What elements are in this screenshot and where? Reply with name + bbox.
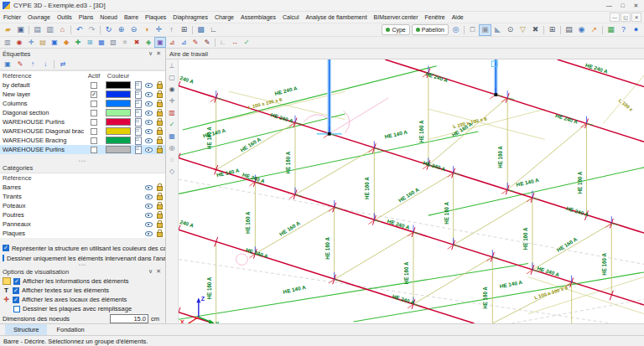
menu-item-charge[interactable]: Charge — [211, 13, 237, 21]
menu-item-outils[interactable]: Outils — [54, 13, 75, 21]
layer-active-checkbox[interactable]: ✓ — [91, 91, 97, 98]
layer-visibility-icon[interactable] — [145, 127, 153, 135]
layer-visibility-icon[interactable] — [145, 81, 153, 89]
blue-panel-icon[interactable]: ▦ — [167, 132, 178, 142]
tb2-tool-4-icon[interactable]: ▤ — [37, 37, 49, 48]
layer-lock-icon[interactable] — [156, 118, 164, 126]
field-value-input[interactable]: 15.0 — [110, 314, 148, 323]
menu-item-plans[interactable]: Plans — [75, 13, 97, 21]
layer-color-swatch[interactable] — [106, 146, 131, 153]
structure-option-checkbox[interactable]: ✓ — [3, 245, 9, 251]
visualisation-option-checkbox[interactable]: ✓ — [13, 278, 20, 285]
settings-a-icon[interactable]: ◎ — [167, 143, 178, 153]
child-close-icon[interactable]: ✕ — [631, 13, 641, 22]
layer-transfer-icon[interactable]: ⇄ — [57, 59, 69, 70]
category-visibility-icon[interactable] — [145, 183, 153, 191]
layers-panel-icon[interactable]: ▥ — [167, 108, 178, 118]
exit-orange-icon[interactable]: ↗ — [588, 24, 600, 36]
full-view-icon[interactable]: ⊞ — [178, 24, 190, 36]
layer-active-checkbox[interactable] — [91, 82, 97, 89]
edit-layer-icon[interactable]: ✎ — [14, 59, 26, 70]
layer-visibility-icon[interactable] — [145, 90, 153, 98]
tb2-tool-22-icon[interactable]: ✓ — [241, 37, 252, 48]
layer-lock-icon[interactable] — [156, 109, 164, 116]
category-visibility-icon[interactable] — [145, 202, 153, 209]
layer-active-checkbox[interactable] — [91, 110, 97, 116]
category-row[interactable]: Tirants — [0, 192, 165, 201]
layer-active-checkbox[interactable] — [91, 128, 97, 135]
category-visibility-icon[interactable] — [145, 220, 153, 228]
tb2-tool-1-icon[interactable]: ▥ — [2, 37, 13, 48]
tb2-tool-15-icon[interactable]: ⊿ — [166, 37, 178, 48]
tb2-tool-6-icon[interactable]: ◆ — [60, 37, 72, 48]
menu-item-ouvrage[interactable]: Ouvrage — [24, 13, 54, 21]
layer-print-icon[interactable] — [134, 100, 142, 107]
move-layer-down-icon[interactable]: ↓ — [39, 59, 51, 70]
tb2-tool-13-icon[interactable]: ◈ — [143, 37, 154, 48]
report-list-icon[interactable]: ▥ — [44, 24, 56, 36]
layer-print-icon[interactable] — [134, 137, 142, 144]
close-icon[interactable]: ✕ — [630, 1, 642, 10]
viewport-canvas[interactable]: HE 240 AHE 240 AHE 240 AHE 240 AHE 240 A… — [179, 59, 644, 323]
layer-lock-icon[interactable] — [156, 146, 164, 153]
layer-row[interactable]: WAREHOUSE Purlins — [0, 145, 165, 154]
layer-print-icon[interactable] — [134, 127, 142, 135]
green-check-icon[interactable]: ✓ — [167, 120, 178, 130]
ruler-icon[interactable]: ◣ — [491, 24, 504, 36]
layer-row[interactable]: New layer✓ — [0, 90, 165, 99]
layer-print-icon[interactable] — [134, 90, 142, 98]
menu-item-noeud[interactable]: Noeud — [96, 13, 121, 21]
tab-structure[interactable]: Structure — [5, 324, 47, 335]
category-row[interactable]: Poteaux — [0, 201, 165, 210]
category-row[interactable]: Poutres — [0, 210, 165, 219]
layer-active-checkbox[interactable] — [91, 137, 97, 144]
capture-icon[interactable]: ▽ — [517, 24, 529, 36]
layer-color-swatch[interactable] — [106, 100, 131, 107]
layer-row[interactable]: WAREHOUSE Bracing — [0, 136, 165, 145]
undo-icon[interactable]: ↶ — [73, 24, 86, 36]
category-visibility-icon[interactable] — [145, 230, 153, 237]
structure-option-checkbox[interactable] — [3, 255, 4, 261]
save-icon[interactable]: ▣ — [14, 24, 27, 36]
window-panes-icon[interactable]: ⊞ — [546, 24, 558, 36]
search-icon[interactable]: ◎ — [449, 24, 462, 36]
etiquettes-collapse-icon[interactable]: ∨ — [147, 50, 154, 57]
tb2-tool-5-icon[interactable]: ▣ — [49, 37, 60, 48]
history-icon[interactable]: ⊙ — [504, 24, 517, 36]
tb2-tool-18-icon[interactable]: ✎ — [201, 37, 213, 48]
tb2-tool-8-icon[interactable]: ⊞ — [84, 37, 96, 48]
layer-row[interactable]: WAREHOUSE Purlins — [0, 117, 165, 127]
menu-item-calcul[interactable]: Calcul — [279, 13, 302, 21]
menu-item-diaphragmes[interactable]: Diaphragmes — [169, 13, 211, 21]
chart-tool-icon[interactable]: ▦ — [605, 24, 617, 36]
layer-color-swatch[interactable] — [106, 118, 131, 126]
pabellon-chip[interactable]: Pabellón — [412, 24, 449, 35]
shading-mode-icon[interactable]: ▣ — [479, 24, 491, 36]
layer-print-icon[interactable] — [134, 109, 142, 116]
tab-fondation[interactable]: Fondation — [48, 324, 92, 335]
tb2-tool-12-icon[interactable]: ✖ — [131, 37, 143, 48]
tb2-tool-20-icon[interactable]: ∟ — [217, 37, 229, 48]
layer-color-swatch[interactable] — [106, 81, 131, 89]
category-lock-icon[interactable] — [156, 230, 164, 237]
layer-lock-icon[interactable] — [156, 90, 164, 98]
tb2-tool-16-icon[interactable]: ⊿ — [178, 37, 190, 48]
layer-color-swatch[interactable] — [106, 109, 131, 116]
maximize-icon[interactable]: □ — [616, 1, 629, 10]
pan-icon[interactable]: ✛ — [153, 24, 165, 36]
menu-item-fichier[interactable]: Fichier — [0, 13, 24, 21]
image-view-icon[interactable]: ▩ — [195, 24, 207, 36]
category-row[interactable]: Barres — [0, 183, 165, 192]
category-lock-icon[interactable] — [156, 211, 164, 219]
child-restore-icon[interactable]: ◱ — [621, 13, 631, 22]
help-icon[interactable]: ? — [617, 24, 630, 36]
visualisation-close-icon[interactable]: ✕ — [154, 268, 163, 275]
box-view-icon[interactable]: ▢ — [167, 73, 178, 83]
tb2-tool-2-icon[interactable]: ◉ — [13, 37, 25, 48]
layer-lock-icon[interactable] — [156, 81, 164, 89]
layer-visibility-icon[interactable] — [145, 118, 153, 126]
print-icon[interactable]: ▤ — [563, 24, 575, 36]
etiquettes-close-icon[interactable]: ✕ — [154, 50, 163, 57]
layer-row[interactable]: Columns — [0, 99, 165, 108]
select-rect-icon[interactable]: □ — [466, 24, 479, 36]
